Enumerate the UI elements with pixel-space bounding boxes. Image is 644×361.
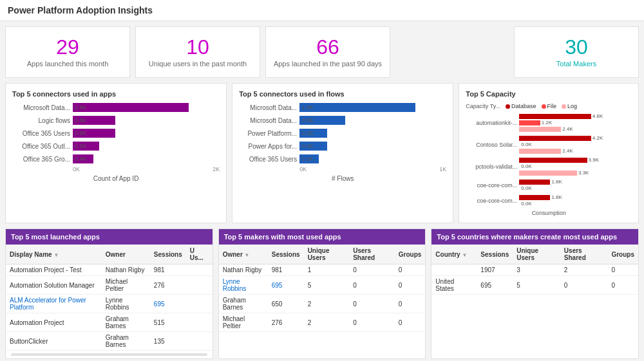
flow-bar-container-0: 1.6K bbox=[299, 103, 446, 112]
maker-groups-3: 0 bbox=[395, 313, 426, 332]
bar-fill-3: 0.5K bbox=[73, 142, 99, 151]
flow-bar-row-0: Microsoft Data... 1.6K bbox=[239, 103, 446, 112]
country-sessions-1: 695 bbox=[477, 276, 513, 295]
bar-fill-0: 2.8K bbox=[73, 103, 189, 112]
axis-max: 2K bbox=[213, 166, 220, 172]
table-row: Graham Barnes 650 2 0 0 bbox=[219, 295, 426, 313]
col-sessions[interactable]: Sessions bbox=[150, 245, 186, 264]
cap-bars-1: 4.2K 0.0K 2.4K bbox=[519, 135, 603, 154]
maker-owner-3: Michael Peltier bbox=[219, 313, 268, 332]
table-row: Lynne Robbins 695 5 0 0 bbox=[219, 276, 426, 295]
flow-bar-label-2: Power Platform... bbox=[239, 130, 297, 137]
app-unique-0 bbox=[186, 264, 213, 276]
maker-shared-3: 0 bbox=[349, 313, 395, 332]
flow-axis-max: 1K bbox=[439, 166, 446, 172]
kpi-label-apps-month: Apps launched this month bbox=[27, 60, 109, 68]
cap-bars-2: 3.9K 0.0K 3.3K bbox=[519, 157, 603, 176]
bar-container-1: 0.8K bbox=[73, 116, 220, 125]
bar-container-4: 0.4K bbox=[73, 154, 220, 163]
database-dot bbox=[506, 104, 510, 109]
maker-col-owner[interactable]: Owner ▼ bbox=[219, 245, 268, 264]
kpi-apps-90: 66 Apps launched in the past 90 days bbox=[265, 26, 390, 78]
bar-container-0: 2.8K bbox=[73, 103, 220, 112]
cap-label-1: Contoso Solar... bbox=[466, 142, 517, 148]
makers-card: Top 5 makers with most used apps Owner ▼… bbox=[218, 228, 426, 359]
connectors-apps-card: Top 5 connectors used in apps Microsoft … bbox=[5, 83, 227, 223]
makers-table: Owner ▼ Sessions Unique Users Users Shar… bbox=[219, 245, 426, 332]
app-owner-0: Nathan Rigby bbox=[102, 264, 150, 276]
kpi-number-apps-90: 66 bbox=[316, 37, 339, 57]
connectors-flows-axis-title: # Flows bbox=[239, 175, 446, 182]
cap-bar-2-file: 0.0K bbox=[519, 163, 603, 169]
launched-apps-table: Display Name ▼ Owner Sessions U Us... Au… bbox=[6, 245, 213, 351]
connectors-apps-chart: Microsoft Data... 2.8K Logic flows 0.8K bbox=[12, 103, 220, 163]
maker-unique-1: 5 bbox=[304, 276, 350, 295]
maker-col-shared[interactable]: Users Shared bbox=[349, 245, 395, 264]
cap-label-0: automationkit-... bbox=[466, 120, 517, 126]
cap-bars-0: 4.8K 1.2K 2.4K bbox=[519, 113, 603, 132]
col-unique-users[interactable]: U Us... bbox=[186, 245, 213, 264]
flow-bar-row-2: Power Platform... 0.3K bbox=[239, 129, 446, 138]
maker-col-sessions[interactable]: Sessions bbox=[268, 245, 304, 264]
maker-col-unique[interactable]: Unique Users bbox=[304, 245, 350, 264]
col-display-name[interactable]: Display Name ▼ bbox=[6, 245, 102, 264]
country-groups-col[interactable]: Groups bbox=[607, 245, 638, 264]
kpi-apps-month: 29 Apps launched this month bbox=[5, 26, 130, 78]
table-row: Automation Project Graham Barnes 515 bbox=[6, 313, 213, 332]
country-sessions-col[interactable]: Sessions bbox=[477, 245, 513, 264]
kpi-label-unique: Unique users in the past month bbox=[149, 60, 247, 68]
flow-bar-container-4: 0.2K bbox=[299, 154, 446, 163]
kpi-number-unique: 10 bbox=[186, 37, 209, 57]
col-owner[interactable]: Owner bbox=[102, 245, 150, 264]
country-shared-1: 0 bbox=[560, 276, 608, 295]
maker-shared-0: 0 bbox=[349, 264, 395, 276]
flow-bar-container-1: 0.5K bbox=[299, 116, 446, 125]
file-legend: File bbox=[542, 103, 557, 109]
makers-title: Top 5 makers with most used apps bbox=[219, 229, 426, 245]
cap-row-0: automationkit-... 4.8K 1.2K 2.4K bbox=[466, 113, 632, 132]
flow-bar-value-1: 0.5K bbox=[301, 117, 314, 124]
app-owner-3: Graham Barnes bbox=[102, 313, 150, 332]
maker-col-groups[interactable]: Groups bbox=[395, 245, 426, 264]
cap-bar-1-file: 0.0K bbox=[519, 142, 603, 147]
connectors-apps-axis: 0K 2K bbox=[73, 166, 220, 172]
connectors-flows-axis: 0K 1K bbox=[299, 166, 446, 172]
country-unique-0: 3 bbox=[513, 264, 560, 276]
app-name-0: Automation Project - Test bbox=[6, 264, 102, 276]
app-name-3: Automation Project bbox=[6, 313, 102, 332]
tables-row: Top 5 most launched apps Display Name ▼ … bbox=[5, 228, 639, 359]
bar-fill-1: 0.8K bbox=[73, 116, 115, 125]
bar-value-1: 0.8K bbox=[75, 117, 87, 124]
scrollbar-hint[interactable] bbox=[11, 353, 207, 356]
countries-card: Top 5 countries where makers create most… bbox=[431, 228, 639, 359]
page-header: Power Platform Adoption Insights bbox=[0, 0, 644, 21]
kpi-spacer bbox=[395, 26, 509, 78]
country-unique-1: 5 bbox=[513, 276, 560, 295]
file-label: File bbox=[547, 103, 557, 109]
cap-bar-4-file: 0.0K bbox=[519, 201, 603, 207]
kpi-label-makers: Total Makers bbox=[556, 60, 596, 68]
maker-groups-1: 0 bbox=[395, 276, 426, 295]
maker-unique-2: 2 bbox=[304, 295, 350, 313]
country-col[interactable]: Country ▼ bbox=[431, 245, 477, 264]
country-unique-col[interactable]: Unique Users bbox=[513, 245, 560, 264]
table-row: 1907 3 2 0 bbox=[431, 264, 638, 276]
bar-container-3: 0.5K bbox=[73, 142, 220, 151]
maker-owner-2: Graham Barnes bbox=[219, 295, 268, 313]
cap-label-3: coe-core-com... bbox=[466, 182, 517, 189]
bar-row-1: Logic flows 0.8K bbox=[12, 116, 220, 125]
kpi-unique-users: 10 Unique users in the past month bbox=[135, 26, 260, 78]
bar-label-1: Logic flows bbox=[12, 117, 70, 124]
country-shared-col[interactable]: Users Shared bbox=[560, 245, 608, 264]
table-row: Michael Peltier 276 2 0 0 bbox=[219, 313, 426, 332]
app-name-4: ButtonClicker bbox=[6, 332, 102, 351]
flow-bar-row-3: Power Apps for... 0.3K bbox=[239, 142, 446, 151]
maker-sessions-3: 276 bbox=[268, 313, 304, 332]
bar-label-3: Office 365 Outl... bbox=[12, 143, 70, 150]
flow-bar-container-2: 0.3K bbox=[299, 129, 446, 138]
log-legend: Log bbox=[562, 103, 577, 109]
cap-row-1: Contoso Solar... 4.2K 0.0K 2.4K bbox=[466, 135, 632, 154]
bar-fill-2: 0.8K bbox=[73, 129, 115, 138]
app-unique-4 bbox=[186, 332, 213, 351]
table-row: Automation Project - Test Nathan Rigby 9… bbox=[6, 264, 213, 276]
